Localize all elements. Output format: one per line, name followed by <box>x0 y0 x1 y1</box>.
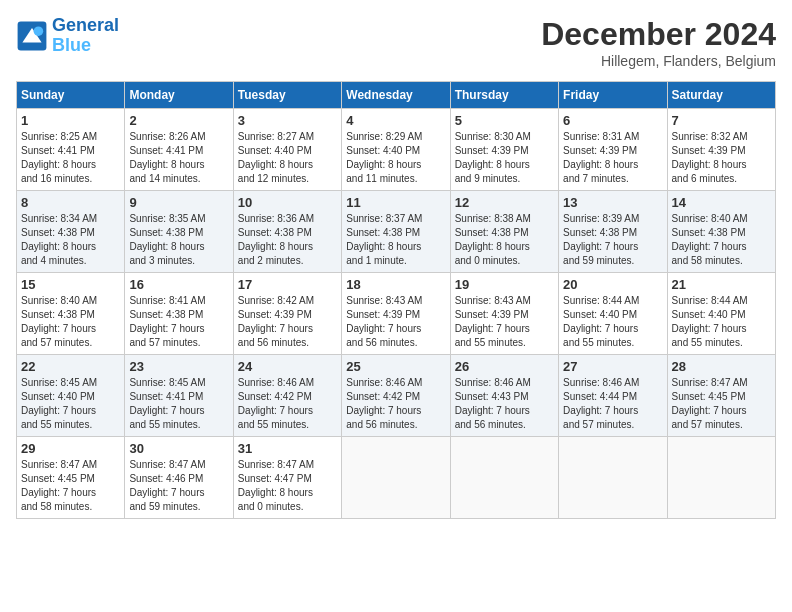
day-number: 17 <box>238 277 337 292</box>
week-row-3: 15Sunrise: 8:40 AMSunset: 4:38 PMDayligh… <box>17 273 776 355</box>
day-info: Sunrise: 8:25 AMSunset: 4:41 PMDaylight:… <box>21 130 120 186</box>
title-block: December 2024 Hillegem, Flanders, Belgiu… <box>541 16 776 69</box>
day-number: 4 <box>346 113 445 128</box>
day-number: 26 <box>455 359 554 374</box>
day-header-thursday: Thursday <box>450 82 558 109</box>
day-number: 7 <box>672 113 771 128</box>
day-header-saturday: Saturday <box>667 82 775 109</box>
calendar-cell: 2Sunrise: 8:26 AMSunset: 4:41 PMDaylight… <box>125 109 233 191</box>
day-info: Sunrise: 8:31 AMSunset: 4:39 PMDaylight:… <box>563 130 662 186</box>
calendar-cell: 21Sunrise: 8:44 AMSunset: 4:40 PMDayligh… <box>667 273 775 355</box>
calendar-cell <box>342 437 450 519</box>
calendar-cell: 11Sunrise: 8:37 AMSunset: 4:38 PMDayligh… <box>342 191 450 273</box>
day-info: Sunrise: 8:36 AMSunset: 4:38 PMDaylight:… <box>238 212 337 268</box>
day-header-sunday: Sunday <box>17 82 125 109</box>
week-row-2: 8Sunrise: 8:34 AMSunset: 4:38 PMDaylight… <box>17 191 776 273</box>
day-number: 25 <box>346 359 445 374</box>
day-info: Sunrise: 8:45 AMSunset: 4:41 PMDaylight:… <box>129 376 228 432</box>
day-number: 24 <box>238 359 337 374</box>
day-info: Sunrise: 8:44 AMSunset: 4:40 PMDaylight:… <box>672 294 771 350</box>
day-info: Sunrise: 8:46 AMSunset: 4:42 PMDaylight:… <box>346 376 445 432</box>
day-info: Sunrise: 8:42 AMSunset: 4:39 PMDaylight:… <box>238 294 337 350</box>
calendar-cell: 4Sunrise: 8:29 AMSunset: 4:40 PMDaylight… <box>342 109 450 191</box>
calendar-cell: 17Sunrise: 8:42 AMSunset: 4:39 PMDayligh… <box>233 273 341 355</box>
day-number: 2 <box>129 113 228 128</box>
calendar-cell: 26Sunrise: 8:46 AMSunset: 4:43 PMDayligh… <box>450 355 558 437</box>
calendar-cell: 24Sunrise: 8:46 AMSunset: 4:42 PMDayligh… <box>233 355 341 437</box>
logo-text: General Blue <box>52 16 119 56</box>
calendar-body: 1Sunrise: 8:25 AMSunset: 4:41 PMDaylight… <box>17 109 776 519</box>
day-info: Sunrise: 8:43 AMSunset: 4:39 PMDaylight:… <box>455 294 554 350</box>
day-number: 28 <box>672 359 771 374</box>
day-number: 21 <box>672 277 771 292</box>
day-header-friday: Friday <box>559 82 667 109</box>
calendar-cell: 16Sunrise: 8:41 AMSunset: 4:38 PMDayligh… <box>125 273 233 355</box>
day-number: 22 <box>21 359 120 374</box>
calendar-cell <box>667 437 775 519</box>
day-number: 15 <box>21 277 120 292</box>
day-info: Sunrise: 8:40 AMSunset: 4:38 PMDaylight:… <box>21 294 120 350</box>
calendar-cell: 30Sunrise: 8:47 AMSunset: 4:46 PMDayligh… <box>125 437 233 519</box>
day-number: 5 <box>455 113 554 128</box>
day-info: Sunrise: 8:46 AMSunset: 4:43 PMDaylight:… <box>455 376 554 432</box>
month-title: December 2024 <box>541 16 776 53</box>
day-number: 16 <box>129 277 228 292</box>
day-number: 30 <box>129 441 228 456</box>
day-info: Sunrise: 8:47 AMSunset: 4:45 PMDaylight:… <box>21 458 120 514</box>
day-header-monday: Monday <box>125 82 233 109</box>
calendar-cell: 18Sunrise: 8:43 AMSunset: 4:39 PMDayligh… <box>342 273 450 355</box>
calendar-cell: 10Sunrise: 8:36 AMSunset: 4:38 PMDayligh… <box>233 191 341 273</box>
day-info: Sunrise: 8:34 AMSunset: 4:38 PMDaylight:… <box>21 212 120 268</box>
day-info: Sunrise: 8:35 AMSunset: 4:38 PMDaylight:… <box>129 212 228 268</box>
calendar-cell: 7Sunrise: 8:32 AMSunset: 4:39 PMDaylight… <box>667 109 775 191</box>
day-info: Sunrise: 8:45 AMSunset: 4:40 PMDaylight:… <box>21 376 120 432</box>
day-info: Sunrise: 8:47 AMSunset: 4:47 PMDaylight:… <box>238 458 337 514</box>
day-number: 19 <box>455 277 554 292</box>
day-info: Sunrise: 8:27 AMSunset: 4:40 PMDaylight:… <box>238 130 337 186</box>
day-number: 1 <box>21 113 120 128</box>
day-info: Sunrise: 8:47 AMSunset: 4:46 PMDaylight:… <box>129 458 228 514</box>
week-row-4: 22Sunrise: 8:45 AMSunset: 4:40 PMDayligh… <box>17 355 776 437</box>
day-number: 3 <box>238 113 337 128</box>
calendar-cell: 22Sunrise: 8:45 AMSunset: 4:40 PMDayligh… <box>17 355 125 437</box>
day-info: Sunrise: 8:47 AMSunset: 4:45 PMDaylight:… <box>672 376 771 432</box>
calendar-cell <box>559 437 667 519</box>
logo-icon <box>16 20 48 52</box>
calendar-cell: 5Sunrise: 8:30 AMSunset: 4:39 PMDaylight… <box>450 109 558 191</box>
calendar-cell: 25Sunrise: 8:46 AMSunset: 4:42 PMDayligh… <box>342 355 450 437</box>
day-number: 27 <box>563 359 662 374</box>
day-info: Sunrise: 8:43 AMSunset: 4:39 PMDaylight:… <box>346 294 445 350</box>
calendar-table: SundayMondayTuesdayWednesdayThursdayFrid… <box>16 81 776 519</box>
day-info: Sunrise: 8:26 AMSunset: 4:41 PMDaylight:… <box>129 130 228 186</box>
day-info: Sunrise: 8:32 AMSunset: 4:39 PMDaylight:… <box>672 130 771 186</box>
day-number: 31 <box>238 441 337 456</box>
day-number: 12 <box>455 195 554 210</box>
day-info: Sunrise: 8:46 AMSunset: 4:44 PMDaylight:… <box>563 376 662 432</box>
calendar-cell: 20Sunrise: 8:44 AMSunset: 4:40 PMDayligh… <box>559 273 667 355</box>
calendar-cell: 1Sunrise: 8:25 AMSunset: 4:41 PMDaylight… <box>17 109 125 191</box>
calendar-cell: 23Sunrise: 8:45 AMSunset: 4:41 PMDayligh… <box>125 355 233 437</box>
calendar-cell: 8Sunrise: 8:34 AMSunset: 4:38 PMDaylight… <box>17 191 125 273</box>
day-header-tuesday: Tuesday <box>233 82 341 109</box>
day-number: 20 <box>563 277 662 292</box>
day-info: Sunrise: 8:39 AMSunset: 4:38 PMDaylight:… <box>563 212 662 268</box>
day-number: 23 <box>129 359 228 374</box>
calendar-cell: 14Sunrise: 8:40 AMSunset: 4:38 PMDayligh… <box>667 191 775 273</box>
calendar-header: SundayMondayTuesdayWednesdayThursdayFrid… <box>17 82 776 109</box>
page-header: General Blue December 2024 Hillegem, Fla… <box>16 16 776 69</box>
header-row: SundayMondayTuesdayWednesdayThursdayFrid… <box>17 82 776 109</box>
calendar-cell: 19Sunrise: 8:43 AMSunset: 4:39 PMDayligh… <box>450 273 558 355</box>
day-number: 8 <box>21 195 120 210</box>
week-row-5: 29Sunrise: 8:47 AMSunset: 4:45 PMDayligh… <box>17 437 776 519</box>
calendar-cell: 12Sunrise: 8:38 AMSunset: 4:38 PMDayligh… <box>450 191 558 273</box>
calendar-cell: 29Sunrise: 8:47 AMSunset: 4:45 PMDayligh… <box>17 437 125 519</box>
day-info: Sunrise: 8:30 AMSunset: 4:39 PMDaylight:… <box>455 130 554 186</box>
day-number: 9 <box>129 195 228 210</box>
calendar-cell: 28Sunrise: 8:47 AMSunset: 4:45 PMDayligh… <box>667 355 775 437</box>
day-info: Sunrise: 8:46 AMSunset: 4:42 PMDaylight:… <box>238 376 337 432</box>
day-number: 13 <box>563 195 662 210</box>
location-subtitle: Hillegem, Flanders, Belgium <box>541 53 776 69</box>
calendar-cell: 31Sunrise: 8:47 AMSunset: 4:47 PMDayligh… <box>233 437 341 519</box>
calendar-cell: 6Sunrise: 8:31 AMSunset: 4:39 PMDaylight… <box>559 109 667 191</box>
calendar-cell: 9Sunrise: 8:35 AMSunset: 4:38 PMDaylight… <box>125 191 233 273</box>
